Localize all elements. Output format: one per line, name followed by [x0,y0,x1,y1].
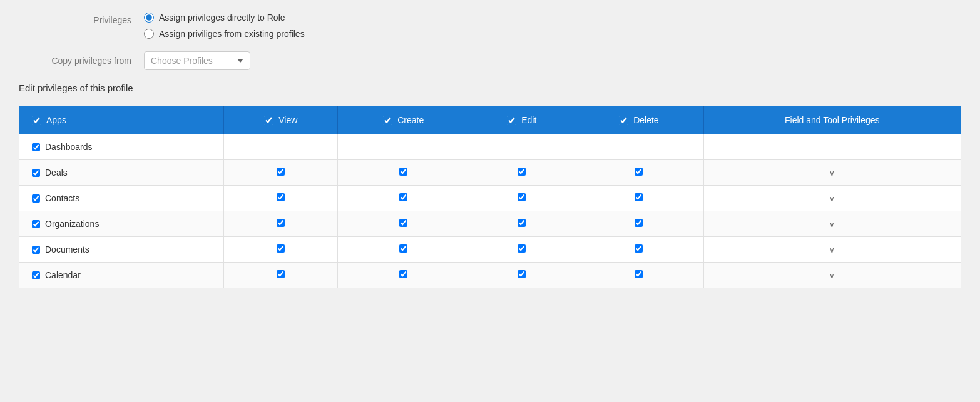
table-body: DashboardsDeals∨Contacts∨Organizations∨D… [19,134,961,288]
td-app-5: Calendar [19,263,224,288]
th-checkbox-apps[interactable] [32,116,41,125]
cb-app-1[interactable] [32,169,40,177]
edit-profile-title: Edit privileges of this profile [19,83,961,93]
cb-view-2[interactable] [277,193,285,201]
table-row: Documents∨ [19,237,961,263]
cb-edit_col-2[interactable] [518,193,526,201]
td-view-0 [224,134,338,160]
app-label-5: Calendar [45,270,81,280]
cb-view-5[interactable] [277,270,285,278]
td-create-5 [338,263,469,288]
th-checkbox-edit[interactable] [507,116,516,125]
th-delete: Delete [574,106,703,134]
th-field-tool: Field and Tool Privileges [703,106,961,134]
privileges-section: Privileges Assign privileges directly to… [19,13,961,39]
cb-delete_col-4[interactable] [635,244,643,253]
app-label-1: Deals [45,168,68,178]
td-app-4: Documents [19,237,224,263]
cb-app-0[interactable] [32,143,40,151]
radio-input-assign-existing[interactable] [144,29,154,39]
cb-delete_col-2[interactable] [635,193,643,201]
th-checkbox-view[interactable] [264,116,273,125]
td-delete_col-4 [574,237,703,263]
td-create-0 [338,134,469,160]
td-field-tool-2: ∨ [703,186,961,211]
radio-group: Assign privileges directly to RoleAssign… [144,13,305,39]
app-label-3: Organizations [45,219,99,229]
td-field-tool-5: ∨ [703,263,961,288]
chevron-down-icon[interactable]: ∨ [829,271,835,280]
radio-label-assign-direct: Assign privileges directly to Role [159,13,285,23]
privileges-label: Privileges [19,13,144,25]
td-edit_col-0 [469,134,574,160]
td-app-1: Deals [19,160,224,186]
td-field-tool-4: ∨ [703,237,961,263]
th-edit: Edit [469,106,574,134]
td-app-0: Dashboards [19,134,224,160]
cb-edit_col-4[interactable] [518,244,526,253]
cb-edit_col-5[interactable] [518,270,526,278]
cb-edit_col-1[interactable] [518,168,526,176]
td-edit_col-5 [469,263,574,288]
td-field-tool-1: ∨ [703,160,961,186]
cb-app-4[interactable] [32,246,40,254]
th-apps: Apps [19,106,224,134]
td-view-4 [224,237,338,263]
th-checkbox-delete[interactable] [619,116,628,125]
cb-delete_col-5[interactable] [635,270,643,278]
td-delete_col-1 [574,160,703,186]
td-delete_col-3 [574,211,703,237]
app-label-0: Dashboards [45,142,93,152]
td-view-1 [224,160,338,186]
th-label-apps: Apps [46,115,66,125]
cb-app-5[interactable] [32,271,40,279]
app-label-2: Contacts [45,193,79,203]
td-create-2 [338,186,469,211]
cb-create-2[interactable] [399,193,407,201]
td-app-2: Contacts [19,186,224,211]
cb-edit_col-3[interactable] [518,219,526,227]
chevron-down-icon[interactable]: ∨ [829,220,835,229]
th-view: View [224,106,338,134]
th-label-edit: Edit [521,115,536,125]
cb-create-4[interactable] [399,244,407,253]
th-checkbox-create[interactable] [383,116,392,125]
choose-profiles-dropdown[interactable]: Choose Profiles [144,51,250,70]
td-field-tool-0 [703,134,961,160]
td-edit_col-1 [469,160,574,186]
table-row: Organizations∨ [19,211,961,237]
cb-create-5[interactable] [399,270,407,278]
td-delete_col-2 [574,186,703,211]
cb-delete_col-1[interactable] [635,168,643,176]
table-row: Calendar∨ [19,263,961,288]
radio-item-assign-direct[interactable]: Assign privileges directly to Role [144,13,305,23]
td-view-3 [224,211,338,237]
copy-label: Copy privileges from [19,56,144,66]
radio-label-assign-existing: Assign priviliges from existing profiles [159,29,305,39]
cb-delete_col-3[interactable] [635,219,643,227]
td-view-2 [224,186,338,211]
td-edit_col-2 [469,186,574,211]
td-create-1 [338,160,469,186]
table-wrapper: AppsViewCreateEditDeleteField and Tool P… [19,106,961,288]
cb-app-2[interactable] [32,194,40,203]
radio-input-assign-direct[interactable] [144,13,154,23]
cb-create-3[interactable] [399,219,407,227]
copy-section: Copy privileges from Choose Profiles [19,51,961,70]
td-app-3: Organizations [19,211,224,237]
cb-view-1[interactable] [277,168,285,176]
page-wrapper: Privileges Assign privileges directly to… [0,0,980,301]
chevron-down-icon[interactable]: ∨ [829,169,835,178]
cb-app-3[interactable] [32,220,40,228]
th-create: Create [338,106,469,134]
td-field-tool-3: ∨ [703,211,961,237]
td-delete_col-0 [574,134,703,160]
chevron-down-icon[interactable]: ∨ [829,194,835,203]
cb-view-3[interactable] [277,219,285,227]
cb-create-1[interactable] [399,168,407,176]
table-header-row: AppsViewCreateEditDeleteField and Tool P… [19,106,961,134]
chevron-down-icon[interactable]: ∨ [829,246,835,254]
radio-item-assign-existing[interactable]: Assign priviliges from existing profiles [144,29,305,39]
cb-view-4[interactable] [277,244,285,253]
table-row: Dashboards [19,134,961,160]
